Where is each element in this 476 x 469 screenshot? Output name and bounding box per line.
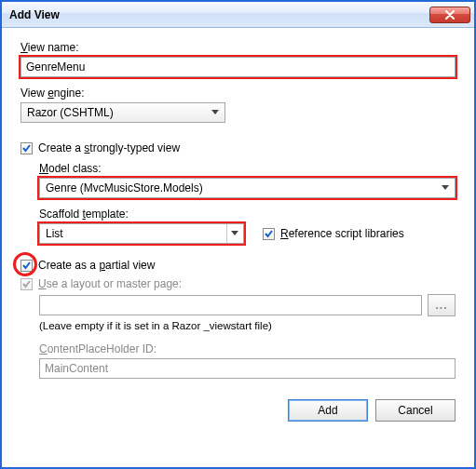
chevron-down-icon xyxy=(226,224,241,243)
titlebar: Add View xyxy=(2,2,474,28)
ref-scripts-label: Reference script libraries xyxy=(280,227,404,240)
cph-id-input xyxy=(39,358,456,379)
cph-id-label: ContentPlaceHolder ID: xyxy=(39,342,456,355)
partial-view-label: Create as a partial view xyxy=(38,259,155,272)
chevron-down-icon xyxy=(208,103,223,122)
view-engine-dropdown[interactable]: Razor (CSHTML) xyxy=(20,102,225,123)
strongly-typed-label: Create a strongly-typed view xyxy=(38,141,180,154)
window-title: Add View xyxy=(9,8,429,21)
view-name-input[interactable] xyxy=(20,57,456,77)
partial-view-row: Create as a partial view xyxy=(20,259,456,272)
close-button[interactable] xyxy=(429,7,470,23)
cancel-button[interactable]: Cancel xyxy=(375,399,456,422)
use-layout-row: Use a layout or master page: xyxy=(20,277,456,290)
button-bar: Add Cancel xyxy=(20,386,456,422)
partial-view-checkbox[interactable] xyxy=(20,260,33,272)
use-layout-label: Use a layout or master page: xyxy=(38,277,182,290)
browse-button: ... xyxy=(428,294,456,316)
chevron-down-icon xyxy=(438,179,453,197)
layout-path-input xyxy=(39,295,422,315)
strongly-typed-checkbox[interactable] xyxy=(20,142,33,154)
scaffold-template-label: Scaffold template: xyxy=(39,208,456,221)
model-class-dropdown[interactable]: Genre (MvcMusicStore.Models) xyxy=(39,178,456,198)
ref-scripts-row: Reference script libraries xyxy=(263,227,404,240)
dialog-content: View name: View engine: Razor (CSHTML) C… xyxy=(2,28,474,431)
view-engine-label: View engine: xyxy=(20,87,456,100)
ref-scripts-checkbox[interactable] xyxy=(263,228,275,240)
add-button[interactable]: Add xyxy=(288,399,368,422)
scaffold-template-dropdown[interactable]: List xyxy=(39,223,244,244)
strongly-typed-row: Create a strongly-typed view xyxy=(20,141,456,154)
close-icon xyxy=(445,10,455,20)
view-name-label: View name: xyxy=(20,41,456,54)
layout-hint: (Leave empty if it is set in a Razor _vi… xyxy=(39,320,456,331)
model-class-label: Model class: xyxy=(39,162,456,175)
use-layout-checkbox xyxy=(20,278,33,290)
